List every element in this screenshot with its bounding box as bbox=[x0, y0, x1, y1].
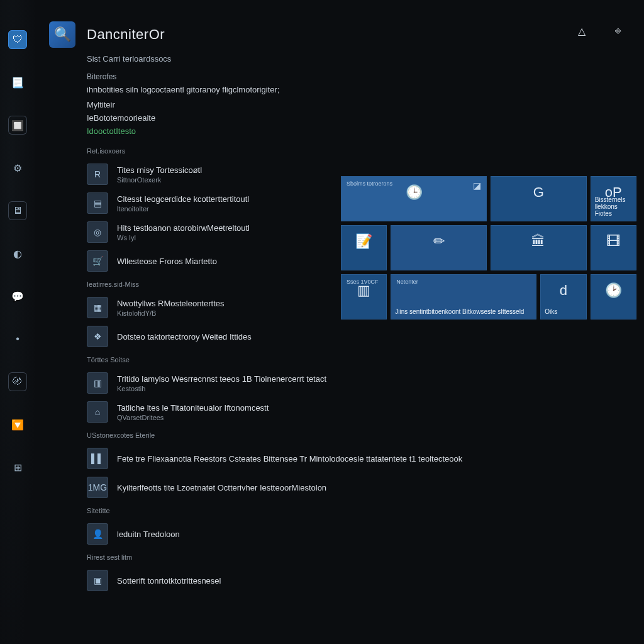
list-item[interactable]: ▌▌Fete tre Fliexaanotia Reestors Csteate… bbox=[87, 444, 644, 473]
tile[interactable]: 🎞 bbox=[591, 225, 636, 270]
list-item[interactable]: ❖Dotsteo taktortectroroy Weited Ittides bbox=[87, 322, 644, 351]
page-title: DancniterOr bbox=[87, 26, 165, 43]
item-title: Wllesteose Froros Miartetto bbox=[117, 257, 217, 266]
rail-icon-doc[interactable]: 📃 bbox=[8, 73, 27, 92]
tile-icon: 🏛 bbox=[531, 233, 545, 250]
item-icon: 🛒 bbox=[87, 250, 108, 272]
item-subtitle: QVarsetDritees bbox=[117, 414, 269, 421]
tile-icon: 🕑 bbox=[605, 282, 622, 299]
item-title: Tritido lamylso Wesrrecnnst teeos 1B Tio… bbox=[117, 374, 326, 384]
item-icon: ▌▌ bbox=[87, 448, 108, 469]
item-icon: 1MG bbox=[87, 477, 108, 498]
item-subtitle: KistolofidY/B bbox=[117, 309, 225, 317]
item-title: Nwottyllws RMosteleonterttes bbox=[117, 299, 225, 308]
tile-icon: 🎞 bbox=[606, 233, 620, 250]
section-header: Rirest sest litm bbox=[87, 553, 644, 561]
rail-icon-dot[interactable]: • bbox=[8, 330, 27, 348]
tile-top-label: Netenter bbox=[396, 279, 418, 285]
tile-grid: Sbolms totroerons🕒◪GoPBissternels llekko… bbox=[341, 176, 636, 319]
item-icon: 👤 bbox=[87, 523, 108, 545]
intro-label: Biterofes bbox=[87, 72, 644, 81]
item-title: leduitn Tredoloon bbox=[117, 530, 180, 539]
rail-icon-half[interactable]: ◐ bbox=[8, 244, 27, 263]
rail-icon-gear[interactable]: ⚙ bbox=[8, 158, 27, 177]
rail-icon-start[interactable]: ⊞ bbox=[8, 458, 27, 477]
item-title: Hits testloanon atorobirwMeetreltoutl bbox=[117, 223, 250, 233]
tile-icon: 🕒 bbox=[406, 184, 423, 201]
rail-icon-box[interactable]: 🔲 bbox=[8, 116, 27, 135]
list-item[interactable]: ⌂Tatliche ltes le Titatoniteualor Iftono… bbox=[87, 397, 644, 426]
tile[interactable]: dOiks bbox=[540, 274, 586, 319]
item-icon: ⌂ bbox=[87, 401, 108, 423]
item-icon: ▤ bbox=[87, 192, 108, 214]
tile-corner-icon: ◪ bbox=[473, 180, 481, 191]
list-item[interactable]: ▥Tritido lamylso Wesrrecnnst teeos 1B Ti… bbox=[87, 369, 644, 397]
app-icon: 🔍 bbox=[49, 21, 75, 48]
section-header: Ret.isoxoers bbox=[87, 147, 644, 155]
item-title: Tites rnisy Tortessicoøtl bbox=[117, 165, 202, 175]
item-title: Kyilterlfeotts tite Lzoetnatet Octterivh… bbox=[117, 483, 326, 492]
tile-icon: G bbox=[533, 184, 544, 201]
tile[interactable]: 🏛 bbox=[491, 225, 587, 270]
tile[interactable]: NetenterJiins sentintbitoenkoont Bitkows… bbox=[391, 274, 536, 319]
tile-label: Oiks bbox=[545, 308, 557, 315]
item-subtitle: Ws Iyl bbox=[117, 234, 250, 242]
item-title: Tatliche ltes le Titatoniteualor Iftonom… bbox=[117, 403, 269, 413]
rail-icon-down[interactable]: 🔽 bbox=[8, 415, 27, 434]
rail-icon-display[interactable]: 🖥 bbox=[8, 201, 27, 220]
rail-icon-chat[interactable]: 💬 bbox=[8, 287, 27, 306]
item-icon: ▥ bbox=[87, 372, 108, 394]
tile[interactable]: Sses 1V0CF▥ bbox=[341, 274, 387, 319]
tile[interactable]: ✏ bbox=[391, 225, 487, 270]
item-title: Fete tre Fliexaanotia Reestors Csteates … bbox=[117, 454, 462, 464]
list-item[interactable]: 👤leduitn Tredoloon bbox=[87, 519, 644, 548]
tile-icon: oP bbox=[605, 184, 622, 201]
item-subtitle: Kestostih bbox=[117, 385, 326, 392]
tile[interactable]: G bbox=[491, 176, 587, 221]
tile-icon: 📝 bbox=[355, 233, 372, 250]
nav-rail: 🛡 📃 🔲 ⚙ 🖥 ◐ 💬 • 〄 🔽 ⊞ bbox=[0, 0, 35, 644]
main-pane: 🔍 DancniterOr Sist Carri terloardssocs B… bbox=[49, 21, 644, 644]
page-subtitle: Sist Carri terloardssocs bbox=[87, 54, 644, 64]
item-title: Citesst Ieogcerdidce kcotterttertitoutl bbox=[117, 194, 249, 204]
item-subtitle: SittnorOtexerk bbox=[117, 176, 202, 184]
item-icon: ▦ bbox=[87, 297, 108, 318]
item-title: Sotterift tonrtotktotrlttesnesel bbox=[117, 576, 221, 586]
item-icon: ❖ bbox=[87, 326, 108, 347]
section-header: USstonexcotes Eterile bbox=[87, 431, 644, 439]
item-icon: R bbox=[87, 164, 108, 185]
intro-line3: IeBototemoorieaite bbox=[87, 113, 644, 123]
tile-icon: ▥ bbox=[357, 282, 370, 299]
intro-link[interactable]: IdooctotItesto bbox=[87, 126, 644, 136]
tile[interactable]: Sbolms totroerons🕒◪ bbox=[341, 176, 487, 221]
item-icon: ◎ bbox=[87, 221, 108, 243]
tile-icon: ✏ bbox=[433, 233, 445, 250]
section-header: Törttes Soitse bbox=[87, 356, 644, 364]
list-item[interactable]: ▣Sotterift tonrtotktotrlttesnesel bbox=[87, 566, 644, 595]
rail-icon-shield[interactable]: 🛡 bbox=[8, 30, 27, 49]
intro-line2: Myltiteir bbox=[87, 100, 644, 109]
tile[interactable]: 🕑 bbox=[591, 274, 636, 319]
tile[interactable]: oPBissternels llekkons Fiotes bbox=[591, 176, 636, 221]
item-title: Dotsteo taktortectroroy Weited Ittides bbox=[117, 332, 252, 341]
item-subtitle: ltenoitolter bbox=[117, 205, 249, 213]
tile[interactable]: 📝 bbox=[341, 225, 387, 270]
rail-icon-share[interactable]: 〄 bbox=[8, 372, 27, 391]
tile-label: Jiins sentintbitoenkoont Bitkowseste sIt… bbox=[395, 308, 524, 315]
item-icon: ▣ bbox=[87, 570, 108, 591]
tile-icon: d bbox=[560, 282, 567, 299]
section-header: Sitetitte bbox=[87, 507, 644, 514]
tile-top-label: Sbolms totroerons bbox=[347, 180, 392, 187]
list-item[interactable]: 1MGKyilterlfeotts tite Lzoetnatet Octter… bbox=[87, 473, 644, 502]
intro-desc: ihnbotities siln logcoctaentl gitoranoy … bbox=[87, 85, 364, 95]
